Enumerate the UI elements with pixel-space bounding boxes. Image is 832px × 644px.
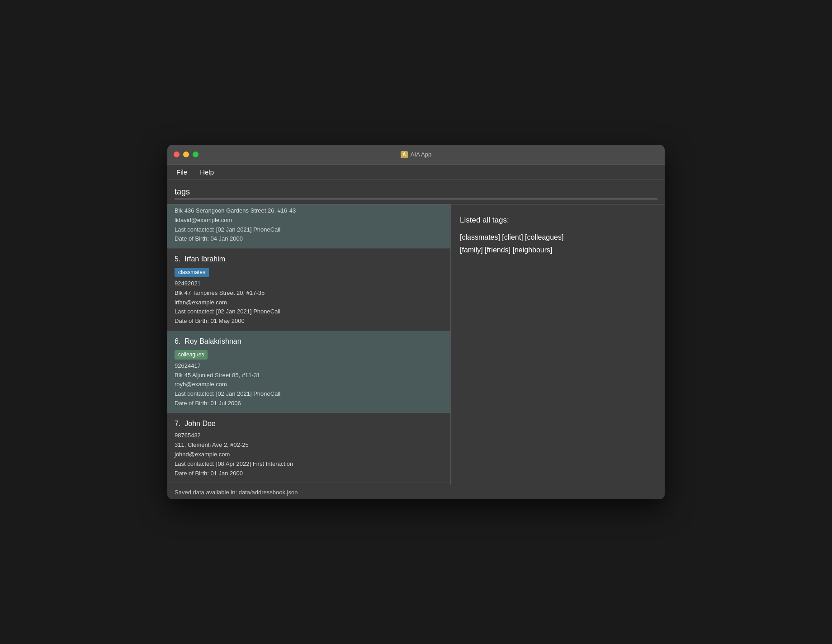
partial-contact: Blk 436 Serangoon Gardens Street 26, #16… bbox=[167, 204, 450, 249]
contact-item-john[interactable]: 7. John Doe 98765432 311, Clementi Ave 2… bbox=[167, 413, 450, 483]
search-input[interactable] bbox=[175, 185, 657, 199]
contact-email-irfan: irfan@example.com bbox=[175, 298, 443, 308]
close-button[interactable] bbox=[174, 152, 180, 157]
contact-last-john: Last contacted: [08 Apr 2022] First Inte… bbox=[175, 459, 443, 469]
tag-badge-classmates[interactable]: classmates bbox=[175, 268, 209, 277]
partial-dob: Date of Birth: 04 Jan 2000 bbox=[175, 234, 443, 244]
contact-address-roy: Blk 45 Aljunied Street 85, #11-31 bbox=[175, 371, 443, 380]
partial-address: Blk 436 Serangoon Gardens Street 26, #16… bbox=[175, 206, 443, 216]
traffic-lights bbox=[174, 152, 199, 157]
status-bar: Saved data available in: data/addressboo… bbox=[167, 485, 665, 499]
right-panel: Listed all tags: [classmates] [client] [… bbox=[451, 204, 665, 485]
partial-email: lidavid@example.com bbox=[175, 216, 443, 225]
tags-list-line1: [classmates] [client] [colleagues] bbox=[460, 231, 656, 244]
contact-email-roy: royb@example.com bbox=[175, 380, 443, 389]
contact-name-irfan: 5. Irfan Ibrahim bbox=[175, 253, 443, 265]
menu-bar: File Help bbox=[167, 165, 665, 180]
contact-phone-john: 98765432 bbox=[175, 431, 443, 440]
contact-item-irfan[interactable]: 5. Irfan Ibrahim classmates 92492021 Blk… bbox=[167, 249, 450, 331]
app-title: AIA App bbox=[411, 151, 431, 158]
contact-phone-roy: 92624417 bbox=[175, 361, 443, 371]
contact-name-john: 7. John Doe bbox=[175, 418, 443, 430]
menu-help[interactable]: Help bbox=[198, 167, 216, 177]
minimize-button[interactable] bbox=[183, 152, 189, 157]
contact-last-roy: Last contacted: [02 Jan 2021] PhoneCall bbox=[175, 389, 443, 399]
contact-dob-irfan: Date of Birth: 01 May 2000 bbox=[175, 317, 443, 326]
tag-badge-colleagues[interactable]: colleagues bbox=[175, 350, 208, 360]
contact-phone-irfan: 92492021 bbox=[175, 279, 443, 289]
contact-email-john: johnd@example.com bbox=[175, 450, 443, 459]
status-text: Saved data available in: data/addressboo… bbox=[175, 489, 298, 496]
contact-name-roy: 6. Roy Balakrishnan bbox=[175, 336, 443, 347]
app-window: A AIA App File Help Blk 436 Serangoon Ga… bbox=[167, 145, 665, 499]
partial-last-contacted: Last contacted: [02 Jan 2021] PhoneCall bbox=[175, 225, 443, 235]
left-panel[interactable]: Blk 436 Serangoon Gardens Street 26, #16… bbox=[167, 204, 451, 485]
maximize-button[interactable] bbox=[193, 152, 199, 157]
tags-panel-title: Listed all tags: bbox=[460, 213, 656, 227]
contact-dob-john: Date of Birth: 01 Jan 2000 bbox=[175, 469, 443, 478]
search-bar bbox=[167, 180, 665, 204]
tags-list-line2: [family] [friends] [neighbours] bbox=[460, 244, 656, 257]
title-bar-text: A AIA App bbox=[401, 151, 431, 158]
contact-dob-roy: Date of Birth: 01 Jul 2006 bbox=[175, 399, 443, 408]
contact-last-irfan: Last contacted: [02 Jan 2021] PhoneCall bbox=[175, 307, 443, 317]
app-icon: A bbox=[401, 151, 408, 158]
title-bar: A AIA App bbox=[167, 145, 665, 165]
contact-address-john: 311, Clementi Ave 2, #02-25 bbox=[175, 440, 443, 450]
menu-file[interactable]: File bbox=[175, 167, 189, 177]
contact-address-irfan: Blk 47 Tampines Street 20, #17-35 bbox=[175, 289, 443, 298]
contact-item-roy[interactable]: 6. Roy Balakrishnan colleagues 92624417 … bbox=[167, 331, 450, 413]
main-content: Blk 436 Serangoon Gardens Street 26, #16… bbox=[167, 204, 665, 485]
